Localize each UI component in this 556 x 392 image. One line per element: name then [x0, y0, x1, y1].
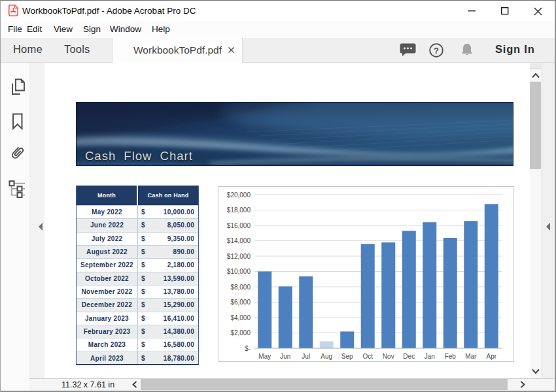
- svg-text:$6,000: $6,000: [230, 299, 251, 306]
- svg-text:$10,000: $10,000: [227, 268, 251, 275]
- svg-text:?: ?: [434, 46, 439, 56]
- svg-text:$20,000: $20,000: [227, 191, 251, 199]
- svg-text:$12,000: $12,000: [227, 253, 251, 260]
- svg-text:$18,000: $18,000: [227, 206, 251, 214]
- svg-text:$16,000: $16,000: [227, 222, 251, 229]
- svg-text:May: May: [258, 353, 271, 360]
- svg-text:Mar: Mar: [465, 353, 477, 360]
- svg-text:Nov: Nov: [383, 353, 394, 360]
- svg-text:$-: $-: [245, 345, 251, 352]
- svg-text:Feb: Feb: [445, 353, 457, 360]
- svg-text:Aug: Aug: [321, 353, 332, 360]
- svg-text:Apr: Apr: [486, 353, 496, 360]
- svg-text:$4,000: $4,000: [230, 314, 251, 321]
- svg-text:$14,000: $14,000: [227, 237, 251, 244]
- svg-text:Jul: Jul: [302, 353, 310, 360]
- svg-text:Dec: Dec: [403, 353, 415, 360]
- svg-text:Jan: Jan: [425, 353, 435, 360]
- svg-text:$2,000: $2,000: [230, 329, 251, 336]
- svg-text:$8,000: $8,000: [230, 284, 251, 291]
- svg-text:Sep: Sep: [341, 353, 353, 360]
- svg-text:Jun: Jun: [280, 353, 290, 360]
- svg-text:Oct: Oct: [362, 353, 373, 360]
